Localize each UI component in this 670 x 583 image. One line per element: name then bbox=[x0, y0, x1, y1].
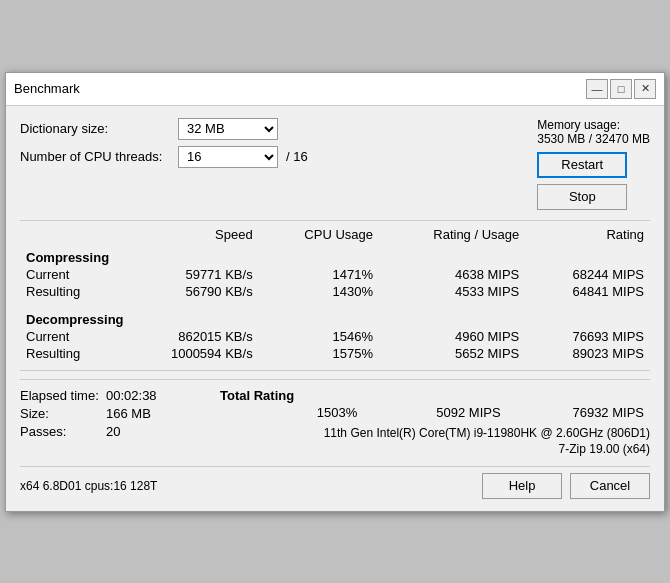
table-row: Current 59771 KB/s 1471% 4638 MIPS 68244… bbox=[20, 266, 650, 283]
decomp-resulting-rating: 89023 MIPS bbox=[525, 345, 650, 362]
size-row: Size: 166 MB bbox=[20, 406, 220, 421]
stats-right: Total Rating 1503% 5092 MIPS 76932 MIPS … bbox=[220, 388, 650, 456]
top-row: Dictionary size: 32 MB Number of CPU thr… bbox=[20, 118, 650, 210]
comp-current-cpu: 1471% bbox=[259, 266, 379, 283]
window: Benchmark — □ ✕ Dictionary size: 32 MB N… bbox=[5, 72, 665, 512]
decomp-current-speed: 862015 KB/s bbox=[119, 328, 259, 345]
close-button[interactable]: ✕ bbox=[634, 79, 656, 99]
elapsed-value: 00:02:38 bbox=[106, 388, 157, 403]
total-rating-usage: 5092 MIPS bbox=[363, 405, 506, 420]
col-cpu: CPU Usage bbox=[259, 225, 379, 244]
decompressing-label: Decompressing bbox=[20, 306, 650, 328]
comp-resulting-rating: 64841 MIPS bbox=[525, 283, 650, 300]
comp-resulting-cpu: 1430% bbox=[259, 283, 379, 300]
size-label: Size: bbox=[20, 406, 100, 421]
comp-resulting-rating-usage: 4533 MIPS bbox=[379, 283, 525, 300]
dict-label: Dictionary size: bbox=[20, 121, 170, 136]
memory-value: 3530 MB / 32470 MB bbox=[537, 132, 650, 146]
col-speed: Speed bbox=[119, 225, 259, 244]
comp-current-rating: 68244 MIPS bbox=[525, 266, 650, 283]
stats-left: Elapsed time: 00:02:38 Size: 166 MB Pass… bbox=[20, 388, 220, 456]
restart-button[interactable]: Restart bbox=[537, 152, 627, 178]
passes-row: Passes: 20 bbox=[20, 424, 220, 439]
dict-row: Dictionary size: 32 MB bbox=[20, 118, 308, 140]
comp-current-rating-usage: 4638 MIPS bbox=[379, 266, 525, 283]
passes-label: Passes: bbox=[20, 424, 100, 439]
total-rating: 76932 MIPS bbox=[507, 405, 650, 420]
title-controls: — □ ✕ bbox=[586, 79, 656, 99]
total-values: 1503% 5092 MIPS 76932 MIPS bbox=[220, 405, 650, 420]
elapsed-label: Elapsed time: bbox=[20, 388, 100, 403]
compressing-header: Compressing bbox=[20, 244, 650, 266]
elapsed-row: Elapsed time: 00:02:38 bbox=[20, 388, 220, 403]
comp-current-label: Current bbox=[20, 266, 119, 283]
col-rating: Rating bbox=[525, 225, 650, 244]
decomp-current-label: Current bbox=[20, 328, 119, 345]
decomp-resulting-speed: 1000594 KB/s bbox=[119, 345, 259, 362]
memory-buttons-section: Memory usage: 3530 MB / 32470 MB Restart… bbox=[537, 118, 650, 210]
threads-label: Number of CPU threads: bbox=[20, 149, 170, 164]
threads-row: Number of CPU threads: 16 / 16 bbox=[20, 146, 308, 168]
table-row: Current 862015 KB/s 1546% 4960 MIPS 7669… bbox=[20, 328, 650, 345]
table-header-row: Speed CPU Usage Rating / Usage Rating bbox=[20, 225, 650, 244]
table-row: Resulting 1000594 KB/s 1575% 5652 MIPS 8… bbox=[20, 345, 650, 362]
col-rating-usage: Rating / Usage bbox=[379, 225, 525, 244]
comp-resulting-label: Resulting bbox=[20, 283, 119, 300]
decomp-resulting-cpu: 1575% bbox=[259, 345, 379, 362]
maximize-button[interactable]: □ bbox=[610, 79, 632, 99]
total-rating-label: Total Rating bbox=[220, 388, 650, 403]
size-value: 166 MB bbox=[106, 406, 151, 421]
cancel-button[interactable]: Cancel bbox=[570, 473, 650, 499]
form-section: Dictionary size: 32 MB Number of CPU thr… bbox=[20, 118, 308, 168]
col-label bbox=[20, 225, 119, 244]
window-title: Benchmark bbox=[14, 81, 80, 96]
cpu-info-line1: 11th Gen Intel(R) Core(TM) i9-11980HK @ … bbox=[220, 426, 650, 440]
footer-buttons: Help Cancel bbox=[482, 473, 650, 499]
memory-info: Memory usage: 3530 MB / 32470 MB bbox=[537, 118, 650, 146]
total-cpu: 1503% bbox=[220, 405, 363, 420]
dict-dropdown[interactable]: 32 MB bbox=[178, 118, 278, 140]
compressing-label: Compressing bbox=[20, 244, 650, 266]
decomp-current-rating: 76693 MIPS bbox=[525, 328, 650, 345]
threads-suffix: / 16 bbox=[286, 149, 308, 164]
decomp-resulting-rating-usage: 5652 MIPS bbox=[379, 345, 525, 362]
threads-dropdown[interactable]: 16 bbox=[178, 146, 278, 168]
decomp-resulting-label: Resulting bbox=[20, 345, 119, 362]
comp-current-speed: 59771 KB/s bbox=[119, 266, 259, 283]
help-button[interactable]: Help bbox=[482, 473, 562, 499]
total-rating-section: Total Rating 1503% 5092 MIPS 76932 MIPS bbox=[220, 388, 650, 420]
decompressing-header: Decompressing bbox=[20, 306, 650, 328]
bottom-divider bbox=[20, 370, 650, 371]
comp-resulting-speed: 56790 KB/s bbox=[119, 283, 259, 300]
minimize-button[interactable]: — bbox=[586, 79, 608, 99]
main-content: Dictionary size: 32 MB Number of CPU thr… bbox=[6, 106, 664, 511]
top-divider bbox=[20, 220, 650, 221]
memory-label: Memory usage: bbox=[537, 118, 650, 132]
table-row: Resulting 56790 KB/s 1430% 4533 MIPS 648… bbox=[20, 283, 650, 300]
bottom-section: Elapsed time: 00:02:38 Size: 166 MB Pass… bbox=[20, 379, 650, 456]
footer: x64 6.8D01 cpus:16 128T Help Cancel bbox=[20, 466, 650, 499]
decomp-current-cpu: 1546% bbox=[259, 328, 379, 345]
version-label: x64 6.8D01 cpus:16 128T bbox=[20, 479, 157, 493]
app-info-line2: 7-Zip 19.00 (x64) bbox=[220, 442, 650, 456]
decomp-current-rating-usage: 4960 MIPS bbox=[379, 328, 525, 345]
bench-table: Speed CPU Usage Rating / Usage Rating Co… bbox=[20, 225, 650, 362]
title-bar: Benchmark — □ ✕ bbox=[6, 73, 664, 106]
stop-button[interactable]: Stop bbox=[537, 184, 627, 210]
passes-value: 20 bbox=[106, 424, 120, 439]
